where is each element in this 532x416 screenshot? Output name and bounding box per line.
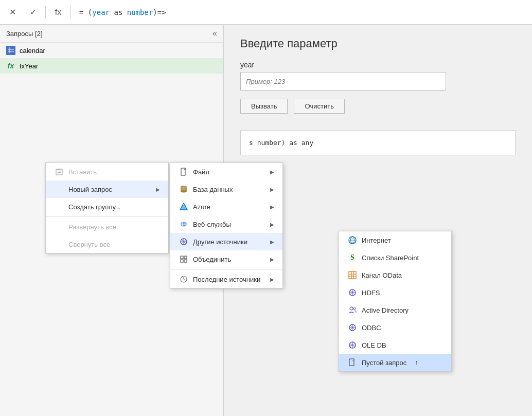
- confirm-button[interactable]: ✓: [25, 4, 41, 21]
- file-label: Файл: [193, 168, 209, 176]
- svg-rect-23: [181, 256, 183, 259]
- menu-item-hdfs[interactable]: HDFS: [339, 284, 451, 301]
- file-icon: [179, 167, 189, 177]
- oledb-icon: [347, 340, 358, 350]
- recent-sources-label: Последние источники: [193, 276, 260, 283]
- sharepoint-label: Списки SharePoint: [362, 254, 419, 262]
- active-directory-icon: [347, 305, 358, 315]
- sidebar-item-fxyear[interactable]: fx fxYear: [0, 58, 223, 74]
- odbc-label: ODBC: [362, 324, 381, 332]
- main-layout: Запросы [2] « calendar fx fxYear: [0, 25, 532, 416]
- primary-context-menu: Вставить Новый запрос ▶ Создать группу..…: [45, 162, 169, 254]
- formula-text: = (year as number)=>: [75, 8, 166, 16]
- other-sources-label: Другие источники: [193, 238, 247, 246]
- menu-item-collapse-all[interactable]: Свернуть все: [46, 236, 168, 253]
- paste-label: Вставить: [68, 168, 97, 176]
- submenu-arrow-new-query: ▶: [156, 187, 160, 192]
- svg-line-29: [184, 279, 185, 280]
- cancel-button[interactable]: ✕: [4, 4, 21, 21]
- svg-point-12: [181, 188, 187, 191]
- paste-icon: [54, 167, 64, 177]
- menu-item-create-group[interactable]: Создать группу...: [46, 198, 168, 215]
- divider: [45, 6, 46, 19]
- webservices-icon: [179, 219, 189, 229]
- internet-icon: [347, 235, 358, 245]
- confirm-icon: ✓: [30, 7, 37, 17]
- azure-icon: [179, 202, 189, 212]
- table-icon: [6, 46, 15, 55]
- svg-point-46: [353, 308, 356, 310]
- fx-icon: fx: [55, 8, 61, 17]
- menu-item-active-directory[interactable]: Active Directory: [339, 301, 451, 319]
- create-group-icon: [54, 202, 64, 212]
- database-label: База данных: [193, 186, 233, 193]
- menu-item-new-query[interactable]: Новый запрос ▶: [46, 180, 168, 198]
- other-sources-arrow: ▶: [270, 239, 274, 245]
- svg-rect-35: [349, 272, 356, 279]
- menu-item-blank-query[interactable]: Пустой запрос ↑: [339, 354, 451, 371]
- menu-item-recent-sources[interactable]: Последние источники ▶: [170, 270, 282, 288]
- combine-label: Объединить: [193, 256, 231, 263]
- new-query-label: Новый запрос: [68, 186, 112, 193]
- hdfs-label: HDFS: [362, 289, 380, 297]
- menu-item-odbc[interactable]: ODBC: [339, 319, 451, 336]
- expand-all-label: Развернуть все: [68, 223, 116, 231]
- fxyear-label: fxYear: [20, 62, 38, 70]
- sidebar-title: Запросы [2]: [6, 30, 43, 38]
- menu-item-webservices[interactable]: Веб-службы ▶: [170, 215, 282, 233]
- sidebar-collapse-button[interactable]: «: [212, 29, 217, 38]
- recent-sources-arrow: ▶: [270, 277, 274, 282]
- blank-query-icon: [347, 357, 358, 368]
- sidebar: Запросы [2] « calendar fx fxYear: [0, 25, 224, 416]
- menu-item-database[interactable]: База данных ▶: [170, 180, 282, 198]
- odata-label: Канал OData: [362, 272, 402, 279]
- calendar-label: calendar: [20, 47, 45, 55]
- collapse-all-icon: [54, 239, 64, 249]
- svg-rect-5: [56, 169, 62, 175]
- svg-point-45: [350, 307, 353, 310]
- menu-item-expand-all[interactable]: Развернуть все: [46, 218, 168, 236]
- svg-rect-7: [58, 172, 61, 173]
- combine-arrow: ▶: [270, 257, 274, 262]
- other-sources-icon: [179, 237, 189, 247]
- svg-rect-24: [184, 256, 187, 259]
- menu-item-odata[interactable]: Канал OData: [339, 266, 451, 284]
- create-group-label: Создать группу...: [68, 203, 120, 211]
- divider2: [70, 6, 71, 19]
- svg-rect-6: [58, 171, 61, 171]
- menu-item-sharepoint[interactable]: S Списки SharePoint: [339, 249, 451, 266]
- odata-icon: [347, 270, 358, 280]
- sharepoint-icon: S: [347, 252, 358, 263]
- separator-2: [170, 269, 282, 269]
- param-label: year: [240, 61, 516, 69]
- other-sources-submenu: Интернет S Списки SharePoint Канал OData: [339, 231, 452, 372]
- active-directory-label: Active Directory: [362, 306, 409, 314]
- new-query-submenu: Файл ▶ База данных ▶: [170, 162, 283, 288]
- menu-item-azure[interactable]: Azure ▶: [170, 198, 282, 215]
- content-title: Введите параметр: [240, 37, 516, 50]
- collapse-all-label: Свернуть все: [68, 241, 110, 248]
- database-icon: [179, 184, 189, 194]
- blank-query-label: Пустой запрос: [362, 359, 406, 367]
- formula-bar: ✕ ✓ fx = (year as number)=>: [0, 0, 532, 25]
- sidebar-item-calendar[interactable]: calendar: [0, 43, 223, 58]
- combine-icon: [179, 254, 189, 264]
- menu-item-internet[interactable]: Интернет: [339, 231, 451, 249]
- internet-label: Интернет: [362, 237, 391, 244]
- svg-marker-14: [181, 205, 187, 210]
- menu-item-oledb[interactable]: OLE DB: [339, 336, 451, 354]
- azure-arrow: ▶: [270, 204, 274, 210]
- fx-button[interactable]: fx: [50, 4, 66, 21]
- recent-sources-icon: [179, 274, 189, 284]
- svg-rect-0: [8, 47, 14, 53]
- webservices-arrow: ▶: [270, 222, 274, 227]
- menu-item-other-sources[interactable]: Другие источники ▶: [170, 233, 282, 250]
- fx-query-icon: fx: [6, 61, 15, 70]
- clear-button[interactable]: Очистить: [294, 99, 345, 114]
- menu-item-file[interactable]: Файл ▶: [170, 163, 282, 180]
- separator-1: [46, 216, 168, 217]
- invoke-button[interactable]: Вызвать: [240, 99, 288, 114]
- menu-item-combine[interactable]: Объединить ▶: [170, 250, 282, 268]
- param-input[interactable]: [240, 72, 446, 91]
- menu-item-paste[interactable]: Вставить: [46, 163, 168, 180]
